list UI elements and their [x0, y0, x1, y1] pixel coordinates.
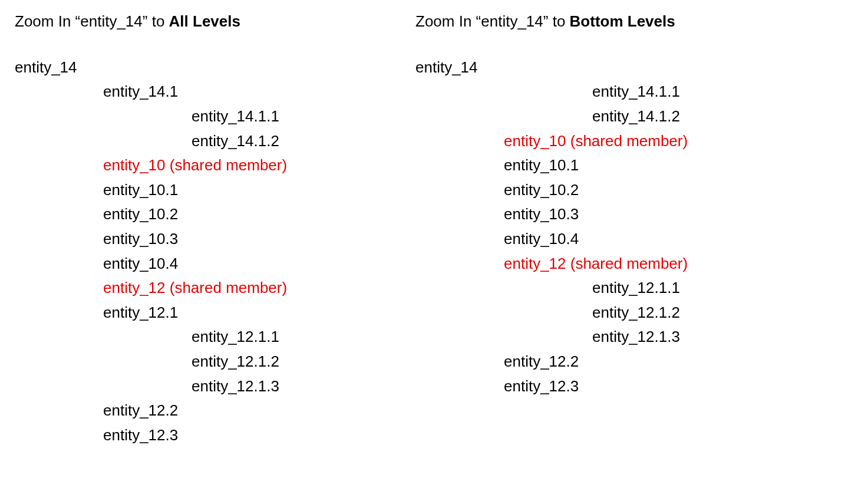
tree-item: entity_10 (shared member)	[415, 129, 828, 154]
left-heading-bold: All Levels	[169, 12, 240, 30]
tree-item: entity_12.1.2	[415, 301, 828, 325]
tree-item: entity_12.1	[15, 301, 404, 325]
left-column: Zoom In “entity_14” to All Levels entity…	[15, 12, 404, 447]
tree-item: entity_12.1.2	[15, 350, 404, 374]
right-tree: entity_14entity_14.1.1entity_14.1.2entit…	[415, 55, 828, 398]
tree-item: entity_14.1.1	[15, 104, 404, 129]
tree-item: entity_12.1.3	[415, 325, 828, 350]
tree-item: entity_14.1	[15, 80, 404, 104]
tree-item: entity_12.2	[15, 398, 404, 423]
left-heading-prefix: Zoom In “entity_14” to	[15, 12, 169, 30]
tree-item: entity_14.1.2	[15, 129, 404, 154]
tree-item: entity_14.1.2	[415, 104, 828, 129]
tree-item: entity_10 (shared member)	[15, 153, 404, 178]
tree-item: entity_12.1.3	[15, 374, 404, 399]
tree-item: entity_10.1	[415, 153, 828, 178]
tree-item: entity_12 (shared member)	[415, 252, 828, 276]
tree-item: entity_10.3	[415, 202, 828, 227]
tree-item: entity_12.3	[415, 374, 828, 399]
tree-item: entity_10.3	[15, 227, 404, 252]
left-heading: Zoom In “entity_14” to All Levels	[15, 12, 404, 32]
tree-item: entity_14	[415, 55, 828, 80]
tree-item: entity_12.2	[415, 350, 828, 374]
tree-item: entity_10.4	[415, 227, 828, 252]
two-column-layout: Zoom In “entity_14” to All Levels entity…	[15, 12, 853, 447]
tree-item: entity_10.1	[15, 178, 404, 203]
right-heading-bold: Bottom Levels	[570, 12, 675, 30]
tree-item: entity_14.1.1	[415, 80, 828, 104]
tree-item: entity_12.1.1	[15, 325, 404, 350]
tree-item: entity_10.2	[15, 202, 404, 227]
tree-item: entity_10.2	[415, 178, 828, 203]
right-heading-prefix: Zoom In “entity_14” to	[415, 12, 570, 30]
left-tree: entity_14entity_14.1entity_14.1.1entity_…	[15, 55, 404, 448]
tree-item: entity_10.4	[15, 252, 404, 276]
tree-item: entity_14	[15, 55, 404, 80]
right-column: Zoom In “entity_14” to Bottom Levels ent…	[415, 12, 828, 447]
tree-item: entity_12.3	[15, 423, 404, 448]
right-heading: Zoom In “entity_14” to Bottom Levels	[415, 12, 828, 32]
tree-item: entity_12 (shared member)	[15, 276, 404, 301]
tree-item: entity_12.1.1	[415, 276, 828, 301]
